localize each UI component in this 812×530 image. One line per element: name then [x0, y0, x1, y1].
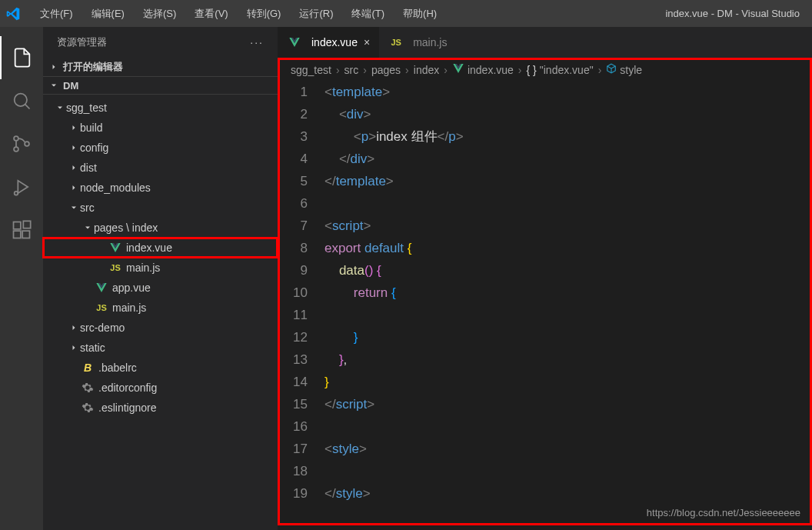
menu-item[interactable]: 编辑(E): [84, 4, 132, 24]
code-content: <script>: [324, 215, 371, 237]
code-content: return {: [324, 282, 396, 304]
file-item[interactable]: .editorconfig: [43, 378, 278, 398]
cube-icon: [606, 63, 617, 76]
file-item[interactable]: B.babelrc: [43, 358, 278, 378]
folder-item[interactable]: node_modules: [43, 178, 278, 198]
search-activity-icon[interactable]: [0, 79, 43, 122]
folder-item[interactable]: dist: [43, 158, 278, 178]
menu-item[interactable]: 选择(S): [135, 4, 184, 24]
breadcrumb-item[interactable]: pages: [371, 64, 401, 76]
code-line: 2 <div>: [280, 103, 810, 125]
folder-item[interactable]: src: [43, 198, 278, 218]
open-editors-section[interactable]: 打开的编辑器: [43, 58, 278, 76]
file-item[interactable]: app.vue: [43, 278, 278, 298]
svg-rect-7: [22, 231, 29, 238]
folder-item[interactable]: static: [43, 338, 278, 358]
folder-item[interactable]: config: [43, 138, 278, 158]
menu-item[interactable]: 运行(R): [291, 4, 341, 24]
breadcrumb-item[interactable]: index: [414, 64, 439, 76]
extensions-activity-icon[interactable]: [0, 208, 43, 252]
menu-item[interactable]: 帮助(H): [395, 4, 444, 24]
svg-rect-6: [14, 231, 21, 238]
tab-label: main.js: [413, 36, 447, 48]
scm-activity-icon[interactable]: [0, 122, 43, 165]
chevron-right-icon: [68, 143, 80, 152]
folder-label: src-demo: [80, 322, 125, 334]
editor-tab[interactable]: index.vue×: [278, 27, 379, 58]
file-item[interactable]: JSmain.js: [43, 258, 278, 278]
code-line: 11: [280, 304, 810, 326]
folder-item[interactable]: build: [43, 118, 278, 138]
debug-activity-icon[interactable]: [0, 165, 43, 208]
close-icon[interactable]: ×: [364, 36, 370, 48]
folder-item[interactable]: pages \ index: [43, 218, 278, 238]
menu-item[interactable]: 文件(F): [32, 4, 81, 24]
folder-item[interactable]: src-demo: [43, 318, 278, 338]
breadcrumb-item[interactable]: sgg_test: [291, 64, 331, 76]
line-number: 4: [280, 148, 324, 170]
folder-label: build: [80, 122, 103, 134]
editor-area: index.vue×JSmain.js sgg_test›src›pages›i…: [278, 27, 812, 530]
vscode-logo-icon: [6, 7, 20, 21]
svg-point-2: [14, 147, 18, 152]
breadcrumb-item[interactable]: "index.vue": [540, 64, 594, 76]
line-number: 13: [280, 348, 324, 371]
chevron-right-icon: [68, 323, 80, 332]
breadcrumb-separator: ›: [405, 64, 409, 76]
tabs-row: index.vue×JSmain.js: [278, 27, 812, 58]
activity-bar: [0, 27, 43, 530]
code-line: 18: [280, 460, 810, 482]
code-content: </style>: [324, 482, 371, 505]
code-viewport[interactable]: 1<template>2 <div>3 <p>index 组件</p>4 </d…: [278, 79, 812, 525]
line-number: 9: [280, 259, 324, 282]
js-icon: JS: [94, 303, 109, 312]
menu-item[interactable]: 转到(G): [239, 4, 289, 24]
line-number: 6: [280, 192, 324, 215]
tab-label: index.vue: [311, 36, 358, 48]
breadcrumb-item[interactable]: style: [620, 64, 642, 76]
code-line: 15</script>: [280, 393, 810, 415]
editor-tab[interactable]: JSmain.js: [379, 27, 456, 58]
vue-icon: [452, 62, 464, 77]
title-bar: 文件(F)编辑(E)选择(S)查看(V)转到(G)运行(R)终端(T)帮助(H)…: [0, 0, 812, 27]
breadcrumb-item[interactable]: src: [344, 64, 359, 76]
explorer-activity-icon[interactable]: [0, 36, 43, 79]
folder-label: src: [80, 202, 95, 214]
breadcrumbs[interactable]: sgg_test›src›pages›index›index.vue›{ }"i…: [278, 58, 812, 79]
line-number: 10: [280, 282, 324, 304]
menu-item[interactable]: 查看(V): [187, 4, 235, 24]
code-content: data() {: [324, 259, 381, 282]
code-content: }: [324, 326, 358, 348]
line-number: 11: [280, 304, 324, 326]
breadcrumb-item[interactable]: index.vue: [468, 64, 514, 76]
file-item[interactable]: JSmain.js: [43, 298, 278, 318]
svg-point-3: [25, 142, 29, 146]
js-icon: JS: [108, 263, 123, 272]
file-label: main.js: [126, 262, 160, 274]
watermark: https://blog.csdn.net/Jessieeeeeee: [647, 507, 800, 518]
file-item[interactable]: .eslintignore: [43, 398, 278, 418]
line-number: 16: [280, 415, 324, 438]
code-content: </div>: [324, 148, 374, 170]
window-title: index.vue - DM - Visual Studio: [665, 8, 800, 19]
folder-item[interactable]: sgg_test: [43, 98, 278, 118]
code-content: },: [324, 348, 347, 371]
vue-icon: [94, 282, 109, 294]
code-content: <style>: [324, 438, 367, 460]
file-label: app.vue: [112, 282, 151, 294]
workspace-section[interactable]: DM: [43, 76, 278, 95]
sidebar-more-icon[interactable]: ···: [250, 36, 264, 48]
breadcrumb-separator: ›: [444, 64, 448, 76]
code-content: </script>: [324, 393, 374, 415]
code-lines: 1<template>2 <div>3 <p>index 组件</p>4 </d…: [280, 79, 810, 505]
menu-item[interactable]: 终端(T): [344, 4, 392, 24]
gear-icon: [80, 382, 95, 394]
vue-icon: [287, 36, 302, 48]
svg-rect-5: [14, 222, 21, 229]
folder-label: static: [80, 342, 105, 354]
breadcrumb-separator: ›: [518, 64, 522, 76]
file-item[interactable]: index.vue: [43, 238, 278, 258]
svg-point-0: [15, 94, 27, 106]
line-number: 12: [280, 326, 324, 348]
workspace-label: DM: [63, 80, 78, 92]
